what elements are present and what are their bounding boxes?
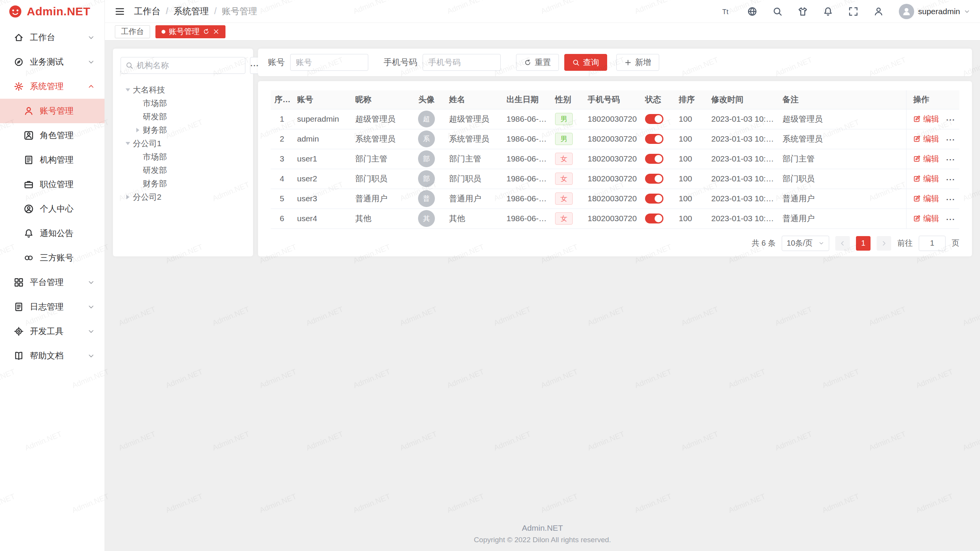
fullscreen-icon[interactable] (848, 7, 858, 16)
next-page-button[interactable] (877, 236, 891, 251)
tree-node-label: 研发部 (143, 111, 167, 122)
cell-actions: 编辑··· (906, 209, 959, 228)
tree-node[interactable]: 研发部 (121, 110, 245, 123)
page-number-current[interactable]: 1 (856, 236, 871, 251)
row-more-button[interactable]: ··· (946, 115, 956, 124)
edit-button[interactable]: 编辑 (913, 114, 939, 124)
notification-bell-icon[interactable] (823, 7, 833, 16)
sidebar-item-5[interactable]: 开发工具 (0, 319, 105, 344)
caret-icon[interactable] (133, 128, 143, 132)
sidebar-item-0[interactable]: 工作台 (0, 25, 105, 50)
sidebar-subitem-label: 通知公告 (40, 228, 95, 239)
user-config-icon[interactable] (874, 7, 884, 16)
table-header-row: 序号账号昵称头像姓名出生日期性别手机号码状态排序修改时间备注操作 (271, 90, 959, 109)
column-header: 状态 (641, 90, 675, 109)
caret-icon[interactable] (123, 86, 133, 93)
chevron-down-icon (88, 303, 95, 310)
cell-avatar: 超 (408, 109, 445, 129)
chevron-down-icon (88, 34, 95, 41)
edit-button[interactable]: 编辑 (913, 173, 939, 184)
sidebar-item-6[interactable]: 帮助文档 (0, 344, 105, 368)
menu-fold-icon[interactable] (115, 7, 125, 16)
theme-icon[interactable] (798, 7, 808, 16)
row-more-button[interactable]: ··· (946, 215, 956, 223)
avatar: 部 (418, 150, 435, 167)
profile-icon (24, 204, 34, 214)
topbar-actions: Tt superadmin (722, 4, 970, 19)
tree-node-label: 分公司1 (133, 138, 162, 149)
status-toggle[interactable] (645, 214, 663, 223)
sidebar-item-2[interactable]: 系统管理 (0, 74, 105, 99)
cell-actions: 编辑··· (906, 149, 959, 169)
edit-button[interactable]: 编辑 (913, 153, 939, 164)
tab-refresh-icon[interactable] (203, 28, 209, 35)
tab-close-icon[interactable] (213, 28, 219, 35)
goto-page-input[interactable] (919, 236, 946, 251)
cell-nickname: 部门主管 (351, 149, 408, 169)
breadcrumb-item[interactable]: 工作台 (134, 5, 160, 17)
tab-account-manage[interactable]: 账号管理 (155, 25, 225, 38)
sidebar-subitem-2-3[interactable]: 职位管理 (0, 172, 105, 197)
global-search-icon[interactable] (773, 7, 782, 16)
cell-remark: 普通用户 (779, 209, 906, 228)
tree-node-label: 研发部 (143, 165, 167, 176)
caret-icon[interactable] (123, 195, 133, 199)
tree-node[interactable]: 市场部 (121, 150, 245, 163)
row-more-button[interactable]: ··· (946, 175, 956, 184)
row-more-button[interactable]: ··· (946, 135, 956, 144)
page-size-select[interactable]: 10条/页 (782, 236, 829, 251)
org-search-input[interactable] (137, 61, 240, 70)
tree-node[interactable]: 财务部 (121, 123, 245, 137)
search-button[interactable]: 查询 (564, 54, 607, 71)
sidebar-subitem-2-2[interactable]: 机构管理 (0, 148, 105, 172)
language-icon[interactable] (747, 7, 757, 16)
tab-workbench[interactable]: 工作台 (115, 25, 150, 38)
tree-node[interactable]: 市场部 (121, 96, 245, 110)
sidebar-subitem-2-4[interactable]: 个人中心 (0, 197, 105, 221)
tree-node[interactable]: 分公司2 (121, 190, 245, 204)
status-toggle[interactable] (645, 174, 663, 184)
edit-button[interactable]: 编辑 (913, 193, 939, 204)
row-more-button[interactable]: ··· (946, 195, 956, 204)
username: superadmin (918, 7, 960, 16)
logo[interactable]: Admin.NET (0, 0, 105, 23)
sidebar-item-4[interactable]: 日志管理 (0, 295, 105, 319)
row-more-button[interactable]: ··· (946, 155, 956, 164)
phone-input[interactable] (423, 54, 501, 71)
status-toggle[interactable] (645, 114, 663, 124)
status-toggle[interactable] (645, 134, 663, 144)
tree-node[interactable]: 分公司1 (121, 137, 245, 150)
position-icon (24, 179, 34, 189)
cell-status (641, 209, 675, 228)
refresh-icon (524, 59, 531, 66)
caret-icon[interactable] (123, 140, 133, 147)
tree-node[interactable]: 大名科技 (121, 83, 245, 96)
account-input[interactable] (290, 54, 368, 71)
breadcrumb-separator: / (214, 6, 216, 16)
status-toggle[interactable] (645, 194, 663, 204)
reset-button[interactable]: 重置 (516, 54, 559, 71)
cell-gender: 男 (551, 109, 584, 129)
tree-node[interactable]: 财务部 (121, 177, 245, 190)
breadcrumb-item[interactable]: 系统管理 (173, 5, 209, 17)
sidebar-subitem-2-6[interactable]: 三方账号 (0, 246, 105, 270)
tree-node[interactable]: 研发部 (121, 163, 245, 177)
font-size-icon[interactable]: Tt (722, 7, 732, 16)
sidebar-subitem-2-5[interactable]: 通知公告 (0, 221, 105, 246)
gear-icon (14, 82, 24, 91)
sidebar-subitem-2-1[interactable]: 角色管理 (0, 123, 105, 148)
sidebar-item-1[interactable]: 业务测试 (0, 50, 105, 74)
role-icon (24, 130, 34, 140)
org-search-field[interactable] (121, 57, 245, 74)
user-menu[interactable]: superadmin (899, 4, 970, 19)
edit-icon (913, 175, 921, 182)
sidebar-subitem-2-0[interactable]: 账号管理 (0, 99, 105, 123)
prev-page-button[interactable] (835, 236, 850, 251)
pagination: 共 6 条 10条/页 1 前往 页 (271, 236, 959, 251)
column-header: 姓名 (445, 90, 503, 109)
add-button[interactable]: 新增 (616, 54, 659, 71)
edit-button[interactable]: 编辑 (913, 134, 939, 144)
status-toggle[interactable] (645, 154, 663, 164)
edit-button[interactable]: 编辑 (913, 213, 939, 224)
sidebar-item-3[interactable]: 平台管理 (0, 270, 105, 295)
